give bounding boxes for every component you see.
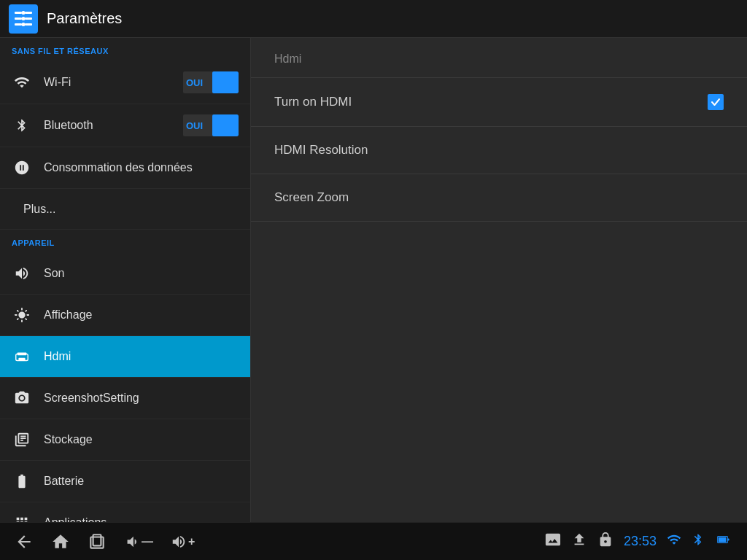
data-label: Consommation des données [44, 161, 239, 174]
svg-rect-11 [18, 353, 27, 356]
bluetooth-toggle[interactable]: OUI [183, 114, 239, 136]
batterie-label: Batterie [44, 475, 239, 488]
svg-point-8 [22, 23, 26, 26]
hdmi-resolution-label: HDMI Resolution [274, 143, 724, 158]
photo-icon[interactable] [545, 532, 561, 551]
home-button[interactable] [51, 532, 70, 551]
svg-rect-15 [727, 539, 729, 541]
svg-rect-5 [25, 23, 32, 26]
sidebar-item-affichage[interactable]: Affichage [0, 295, 250, 336]
panel-item-turn-on-hdmi[interactable]: Turn on HDMI [251, 78, 747, 127]
sidebar-item-batterie[interactable]: Batterie [0, 461, 250, 502]
page-title: Paramètres [47, 10, 122, 27]
svg-rect-10 [18, 358, 25, 361]
bluetooth-label: Bluetooth [44, 119, 183, 132]
svg-point-7 [22, 17, 26, 20]
bottom-nav: — + [15, 532, 545, 551]
affichage-label: Affichage [44, 308, 239, 322]
panel-title: Hdmi [251, 38, 747, 78]
brightness-icon [12, 305, 32, 325]
sidebar-item-applications[interactable]: Applications [0, 502, 250, 522]
right-panel: Hdmi Turn on HDMI HDMI Resolution Screen… [251, 38, 747, 522]
checkmark-icon [711, 97, 721, 107]
sidebar-item-screenshot[interactable]: ScreenshotSetting [0, 378, 250, 419]
volume-icon [12, 263, 32, 284]
bottom-right-area: 23:53 [545, 532, 732, 551]
stockage-label: Stockage [44, 433, 239, 446]
svg-rect-1 [15, 18, 22, 20]
vol-up-button[interactable]: + [171, 534, 195, 550]
bluetooth-icon [12, 115, 32, 136]
settings-icon-svg [13, 9, 34, 29]
section-label-appareil: APPAREIL [0, 230, 250, 253]
turn-on-hdmi-label: Turn on HDMI [274, 95, 708, 109]
top-bar: Paramètres [0, 0, 747, 38]
camera-icon [12, 388, 32, 408]
sidebar: SANS FIL ET RÉSEAUX Wi-Fi OUI Bluetooth [0, 38, 251, 522]
svg-rect-2 [15, 23, 22, 26]
status-battery-icon [715, 533, 732, 550]
main-content: SANS FIL ET RÉSEAUX Wi-Fi OUI Bluetooth [0, 38, 747, 522]
storage-icon [12, 429, 32, 450]
svg-rect-3 [25, 12, 32, 14]
status-wifi-icon [667, 532, 681, 551]
wifi-toggle-label: OUI [186, 77, 203, 88]
sidebar-item-hdmi[interactable]: Hdmi [0, 336, 250, 378]
plus-label: Plus... [23, 203, 239, 216]
back-button[interactable] [15, 532, 34, 551]
lock-icon[interactable] [597, 532, 614, 551]
status-bluetooth-icon [692, 533, 705, 550]
clock-time: 23:53 [624, 534, 657, 549]
screen-zoom-label: Screen Zoom [274, 190, 724, 205]
panel-item-hdmi-resolution[interactable]: HDMI Resolution [251, 127, 747, 174]
upload-icon[interactable] [571, 532, 587, 551]
app-icon [9, 4, 38, 34]
section-label-reseau: SANS FIL ET RÉSEAUX [0, 38, 250, 61]
hdmi-label: Hdmi [44, 350, 239, 363]
recents-button[interactable] [88, 532, 107, 551]
svg-rect-0 [15, 12, 22, 14]
screenshot-label: ScreenshotSetting [44, 392, 239, 405]
panel-item-screen-zoom[interactable]: Screen Zoom [251, 174, 747, 222]
sidebar-item-son[interactable]: Son [0, 253, 250, 295]
sidebar-item-bluetooth[interactable]: Bluetooth OUI [0, 104, 250, 147]
wifi-toggle[interactable]: OUI [183, 71, 239, 93]
svg-rect-4 [25, 18, 32, 20]
wifi-label: Wi-Fi [44, 76, 183, 89]
bottom-bar: — + 23:53 [0, 522, 747, 560]
svg-rect-16 [719, 537, 727, 542]
hdmi-icon [12, 346, 32, 367]
sidebar-item-data[interactable]: Consommation des données [0, 147, 250, 189]
battery-icon [12, 471, 32, 491]
turn-on-hdmi-checkbox[interactable] [708, 94, 724, 110]
data-icon [12, 158, 32, 178]
bluetooth-toggle-label: OUI [186, 120, 203, 131]
svg-point-6 [22, 11, 26, 15]
vol-down-button[interactable]: — [124, 534, 153, 550]
son-label: Son [44, 267, 239, 280]
wifi-icon [12, 72, 32, 93]
sidebar-item-stockage[interactable]: Stockage [0, 419, 250, 461]
applications-label: Applications [44, 516, 239, 522]
apps-icon [12, 513, 32, 522]
sidebar-item-wifi[interactable]: Wi-Fi OUI [0, 61, 250, 104]
sidebar-item-plus[interactable]: Plus... [0, 189, 250, 230]
